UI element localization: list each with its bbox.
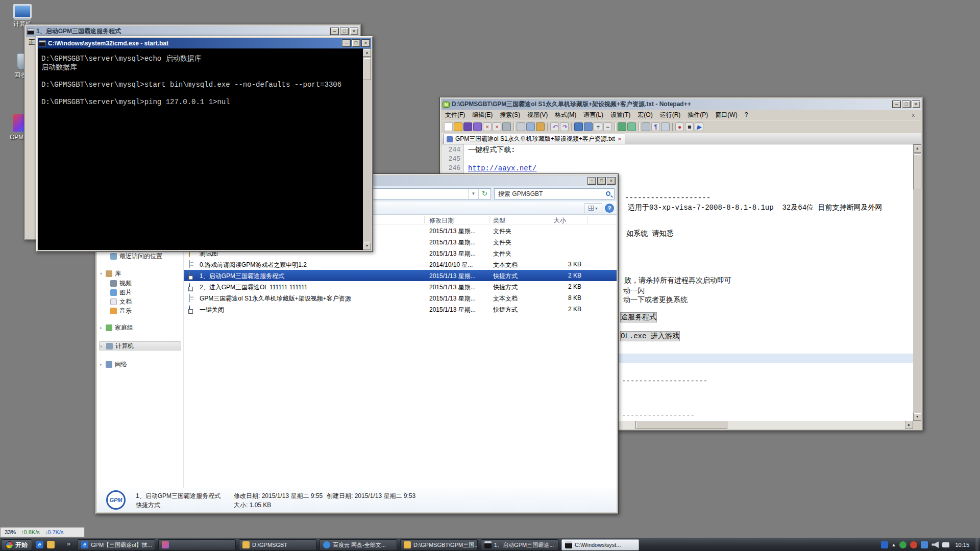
sync-scroll-v-icon[interactable] (618, 122, 626, 131)
sync-scroll-h-icon[interactable] (627, 122, 636, 131)
close-button-icon[interactable]: × (361, 39, 370, 47)
maximize-button-icon[interactable]: □ (597, 177, 606, 185)
minimize-button-icon[interactable]: – (587, 177, 596, 185)
file-row[interactable]: 一键关闭 2015/1/13 星期... 快捷方式 2 KB (184, 304, 617, 315)
copy-icon[interactable] (526, 122, 535, 131)
save-icon[interactable] (463, 122, 472, 131)
menu-macro[interactable]: 宏(O) (634, 110, 656, 120)
show-all-chars-icon[interactable]: ¶ (651, 122, 660, 131)
file-row[interactable]: 0.游戏前请阅读GPM游戏者之家申明1.2 2014/10/10 星... 文本… (184, 259, 617, 270)
minimize-button-icon[interactable]: – (342, 39, 351, 47)
file-row[interactable]: 2、进入GPM三国霸途OL 111111 111111 2015/1/13 星期… (184, 281, 617, 292)
sidebar-item-pictures[interactable]: 图片 (99, 288, 181, 297)
menu-view[interactable]: 视图(V) (524, 110, 551, 120)
menu-file[interactable]: 文件(F) (442, 110, 469, 120)
taskbar-button-cmd-active[interactable]: C:\Windows\syst... (561, 539, 639, 550)
sidebar-item-documents[interactable]: 文档 (99, 297, 181, 306)
taskbar-button-baidu-cloud[interactable]: 百度云 网盘-全部文... (320, 539, 397, 550)
zoom-out-icon[interactable]: − (603, 122, 612, 131)
maximize-button-icon[interactable]: □ (352, 39, 360, 47)
refresh-icon[interactable]: ↻ (478, 189, 491, 199)
minimize-button-icon[interactable]: – (330, 28, 339, 35)
net-speed-widget[interactable]: 33% ↑0.8K/s ↓0.7K/s (0, 527, 85, 537)
sidebar-item-libraries[interactable]: ▾库 (99, 269, 181, 278)
scrollbar-thumb[interactable] (363, 58, 371, 80)
scrollbar-thumb[interactable] (913, 154, 921, 189)
menu-language[interactable]: 语言(L) (580, 110, 607, 120)
word-wrap-icon[interactable] (642, 122, 650, 131)
save-all-icon[interactable] (473, 122, 482, 131)
minimize-button-icon[interactable]: – (892, 101, 901, 108)
paste-icon[interactable] (536, 122, 545, 131)
menu-run[interactable]: 运行(R) (656, 110, 684, 120)
close-button-icon[interactable]: × (912, 101, 920, 108)
notepad-tab[interactable]: GPM三国霸途ol S1永久单机珍藏版+架设视频+客户资源.txt ✕ (443, 134, 625, 144)
menu-help[interactable]: ? (741, 110, 752, 119)
safety-tray-icon[interactable] (899, 541, 906, 548)
launcher-titlebar[interactable]: 1、启动GPM三国霸途服务程式 – □ × (26, 26, 359, 37)
stop-macro-icon[interactable]: ■ (685, 122, 694, 131)
folder-quicklaunch-icon[interactable] (47, 541, 55, 548)
cut-icon[interactable] (517, 122, 525, 131)
scroll-down-icon[interactable]: ▼ (363, 242, 371, 250)
antivirus-tray-icon[interactable] (910, 541, 917, 548)
undo-icon[interactable]: ↶ (550, 122, 559, 131)
hidden-icons-icon[interactable]: ▲ (892, 542, 896, 547)
tab-close-icon[interactable]: ✕ (618, 136, 622, 142)
column-header-size[interactable]: 大小 (554, 216, 566, 225)
show-desktop-button[interactable] (975, 538, 978, 551)
indent-guide-icon[interactable] (661, 122, 670, 131)
ime-icon[interactable] (881, 541, 888, 548)
maximize-button-icon[interactable]: □ (902, 101, 911, 108)
column-header-date[interactable]: 修改日期 (429, 216, 454, 225)
search-box[interactable]: 搜索 GPMSGBT (494, 188, 615, 199)
vertical-scrollbar[interactable]: ▲ ▼ (363, 48, 371, 250)
file-row-selected[interactable]: 1、启动GPM三国霸途服务程式 2015/1/13 星期... 快捷方式 2 K… (184, 270, 617, 281)
menu-edit[interactable]: 编辑(E) (469, 110, 496, 120)
new-icon[interactable] (444, 122, 453, 131)
address-dropdown-icon[interactable]: ▼ (468, 189, 478, 199)
menu-window[interactable]: 窗口(W) (712, 110, 741, 120)
help-button[interactable]: ? (605, 204, 614, 213)
record-macro-icon[interactable]: ● (675, 122, 684, 131)
menu-search[interactable]: 搜索(S) (496, 110, 524, 120)
file-row[interactable]: GPM三国霸途ol S1永久单机珍藏版+架设视频+客户资源 2015/1/13 … (184, 292, 617, 304)
scroll-up-icon[interactable]: ▲ (913, 144, 921, 153)
sidebar-item-network[interactable]: ▸网络 (99, 360, 181, 369)
column-header-type[interactable]: 类型 (493, 216, 505, 225)
keyboard-icon[interactable] (942, 542, 949, 547)
zoom-in-icon[interactable]: + (594, 122, 602, 131)
menu-plugins[interactable]: 插件(P) (684, 110, 712, 120)
scroll-up-icon[interactable]: ▲ (363, 48, 371, 57)
close-icon[interactable]: × (483, 122, 492, 131)
vertical-scrollbar[interactable]: ▲ ▼ (913, 144, 921, 421)
sidebar-item-homegroup[interactable]: ▸家庭组 (99, 323, 181, 332)
scrollbar-thumb[interactable] (635, 421, 727, 429)
expand-icon[interactable]: ▸ (99, 362, 103, 367)
editor-link[interactable]: http://aayx.net/ (468, 164, 536, 173)
find-icon[interactable] (574, 122, 583, 131)
console-output[interactable]: D:\GPMSGBT\server\mysql>echo 启动数据库 启动数据库… (38, 48, 371, 250)
start-button[interactable]: 开始 (1, 539, 32, 550)
taskbar-button-browser-gpm[interactable]: e GPM【三国霸途ol】技... (78, 539, 155, 550)
notepad-titlebar[interactable]: N D:\GPMSGBT\GPM三国霸途ol S1永久单机珍藏版+架设视频+客户… (442, 99, 921, 110)
taskbar-button-folder-gpmsgbt[interactable]: D:\GPMSGBT (239, 539, 316, 550)
taskbar-button-launcher[interactable]: 1、启动GPM三国霸途... (481, 539, 558, 550)
resize-grip[interactable] (913, 421, 921, 429)
close-button-icon[interactable]: × (607, 177, 616, 185)
sidebar-item-computer[interactable]: ▸计算机 (99, 341, 181, 350)
ie-quicklaunch-icon[interactable]: e (36, 541, 43, 548)
close-all-icon[interactable]: × (493, 122, 501, 131)
sidebar-item-recent[interactable]: 最近访问的位置 (99, 252, 181, 261)
change-view-button[interactable]: ▾ (584, 203, 602, 213)
menu-settings[interactable]: 设置(T) (607, 110, 634, 120)
menubar-close-icon[interactable]: x (909, 111, 919, 119)
open-icon[interactable] (454, 122, 462, 131)
sidebar-item-videos[interactable]: 视频 (99, 279, 181, 288)
sidebar-item-music[interactable]: 音乐 (99, 306, 181, 315)
play-macro-icon[interactable]: ▶ (695, 122, 703, 131)
menu-format[interactable]: 格式(M) (551, 110, 580, 120)
close-button-icon[interactable]: × (350, 28, 358, 35)
taskbar-button-notepad-file[interactable]: D:\GPMSGBT\GPM三国... (400, 539, 478, 550)
taskbar-button-untitled[interactable] (158, 539, 236, 550)
